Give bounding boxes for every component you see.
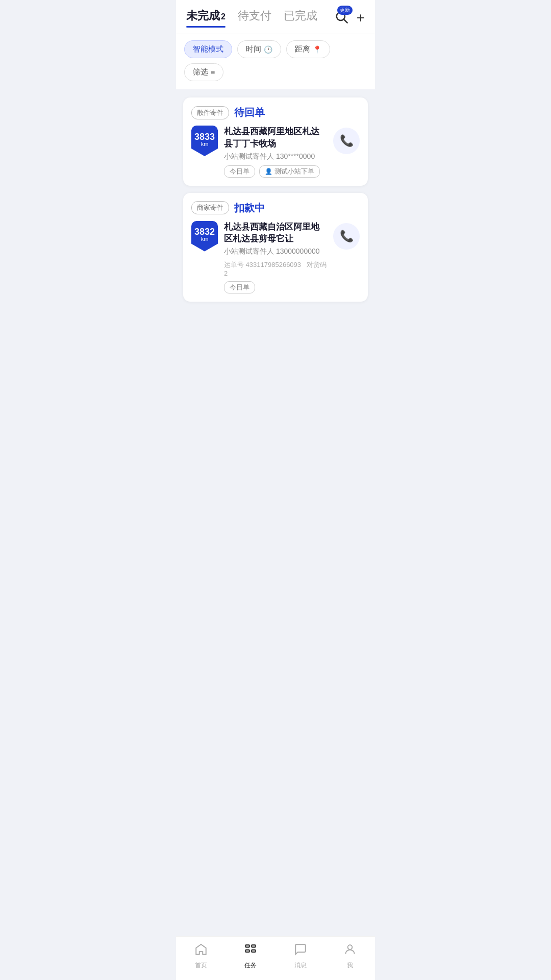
tab-incomplete[interactable]: 未完成2 (186, 8, 226, 28)
card2-tag-today-label: 今日单 (230, 283, 249, 292)
phone-icon: 📞 (340, 134, 354, 148)
add-button[interactable]: + (357, 11, 365, 25)
svg-rect-2 (246, 945, 250, 947)
filter-chip-filter[interactable]: 筛选 ≡ (184, 63, 223, 81)
card2-call-button[interactable]: 📞 (333, 223, 360, 250)
filter-chip-time-label: 时间 (246, 44, 261, 54)
nav-message-label: 消息 (294, 961, 307, 970)
svg-rect-3 (252, 945, 256, 947)
card2-tag-today: 今日单 (224, 281, 255, 293)
card1-type-tag: 散件寄件 (191, 106, 229, 119)
search-button[interactable]: 更新 (334, 10, 348, 26)
nav-item-me[interactable]: 我 (335, 943, 365, 970)
card1-tags: 今日单 👤 测试小站下单 (224, 165, 327, 178)
filter-chip-filter-label: 筛选 (193, 67, 208, 77)
filter-chip-smart-label: 智能模式 (193, 44, 223, 54)
tab-completed-label: 已完成 (284, 9, 317, 22)
card2-distance-num: 3832 (194, 227, 215, 236)
nav-item-task[interactable]: 任务 (235, 943, 266, 970)
card1-body: 3833 km 札达县西藏阿里地区札达县丁丁卡牧场 小站测试寄件人 130***… (191, 126, 360, 178)
card1-person: 小站测试寄件人 130****0000 (224, 152, 327, 161)
order-card-1[interactable]: 散件寄件 待回单 3833 km 札达县西藏阿里地区札达县丁丁卡牧场 小站测试寄… (183, 97, 368, 186)
nav-task-label: 任务 (244, 961, 257, 970)
me-icon (343, 943, 357, 959)
filter-chip-distance[interactable]: 距离 📍 (286, 40, 330, 58)
svg-rect-4 (246, 950, 250, 952)
tab-completed[interactable]: 已完成 (284, 8, 317, 28)
filter-bar: 智能模式 时间 🕐 距离 📍 筛选 ≡ (176, 34, 375, 89)
header-top: 未完成2 待支付 已完成 更新 + (186, 8, 365, 34)
nav-item-home[interactable]: 首页 (186, 943, 216, 970)
card1-call-button[interactable]: 📞 (333, 128, 360, 154)
card1-distance-badge: 3833 km (191, 126, 218, 156)
tab-pending-payment[interactable]: 待支付 (238, 8, 271, 28)
message-icon (294, 943, 307, 959)
svg-point-6 (348, 945, 353, 949)
card2-tracking: 运单号 433117985266093 对货码 2 (224, 260, 327, 277)
card2-tags: 今日单 (224, 281, 327, 293)
svg-line-1 (344, 19, 347, 22)
bottom-nav: 首页 任务 消息 我 (176, 936, 375, 980)
card2-type-tag: 商家寄件 (191, 201, 229, 214)
card1-header: 散件寄件 待回单 (191, 106, 360, 119)
card2-header: 商家寄件 扣款中 (191, 201, 360, 215)
update-badge: 更新 (337, 6, 353, 15)
card2-distance-badge: 3832 km (191, 221, 218, 252)
card1-distance-unit: km (201, 141, 209, 147)
filter-chip-distance-label: 距离 (295, 44, 310, 54)
tab-incomplete-badge: 2 (221, 12, 226, 21)
header: 未完成2 待支付 已完成 更新 + (176, 0, 375, 34)
svg-rect-5 (252, 950, 256, 952)
card1-address: 札达县西藏阿里地区札达县丁丁卡牧场 (224, 126, 327, 150)
card2-person: 小站测试寄件人 13000000000 (224, 247, 327, 256)
filter-chip-time[interactable]: 时间 🕐 (237, 40, 281, 58)
clock-icon: 🕐 (264, 45, 272, 54)
location-icon: 📍 (313, 45, 321, 54)
filter-icon: ≡ (211, 68, 215, 77)
card1-tag-station: 👤 测试小站下单 (259, 165, 320, 178)
card2-address: 札达县西藏自治区阿里地区札达县剪母它让 (224, 221, 327, 246)
header-actions: 更新 + (334, 10, 365, 26)
home-icon (194, 943, 208, 959)
order-card-2[interactable]: 商家寄件 扣款中 3832 km 札达县西藏自治区阿里地区札达县剪母它让 小站测… (183, 193, 368, 302)
filter-chip-smart[interactable]: 智能模式 (184, 40, 232, 58)
nav-me-label: 我 (347, 961, 353, 970)
card1-tag-today: 今日单 (224, 165, 255, 178)
card1-info: 札达县西藏阿里地区札达县丁丁卡牧场 小站测试寄件人 130****0000 今日… (224, 126, 327, 178)
card2-status: 扣款中 (234, 201, 265, 215)
card1-tag-today-label: 今日单 (230, 167, 249, 176)
card1-tag-station-label: 测试小站下单 (274, 167, 314, 176)
tab-pending-label: 待支付 (238, 9, 271, 22)
card1-distance-num: 3833 (194, 132, 215, 141)
header-tabs: 未完成2 待支付 已完成 (186, 8, 334, 28)
card2-body: 3832 km 札达县西藏自治区阿里地区札达县剪母它让 小站测试寄件人 1300… (191, 221, 360, 294)
nav-item-message[interactable]: 消息 (285, 943, 316, 970)
phone-icon-2: 📞 (340, 230, 354, 243)
card1-status: 待回单 (234, 106, 265, 119)
card2-info: 札达县西藏自治区阿里地区札达县剪母它让 小站测试寄件人 13000000000 … (224, 221, 327, 294)
card2-distance-unit: km (201, 236, 209, 242)
task-icon (244, 943, 257, 959)
main-content: 散件寄件 待回单 3833 km 札达县西藏阿里地区札达县丁丁卡牧场 小站测试寄… (176, 89, 375, 936)
tab-incomplete-label: 未完成 (186, 9, 220, 22)
nav-home-label: 首页 (195, 961, 207, 970)
person-icon: 👤 (265, 168, 272, 175)
